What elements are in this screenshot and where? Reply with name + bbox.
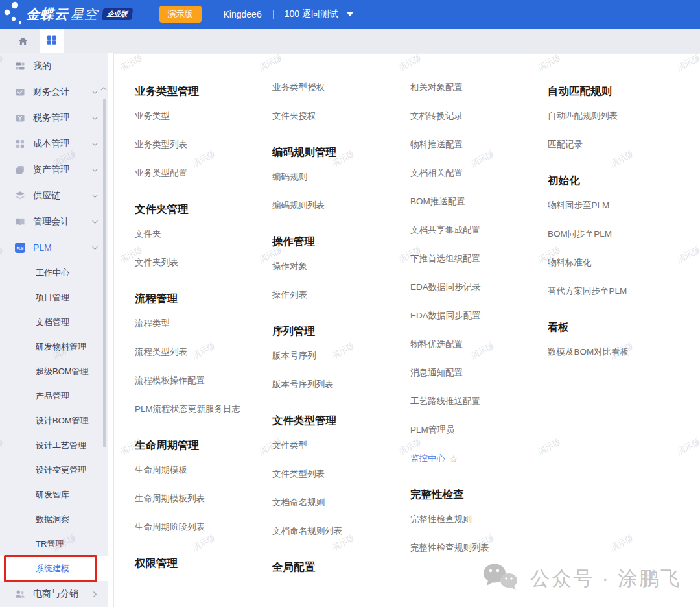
sidebar-subitem[interactable]: 研发智库	[0, 482, 108, 507]
sidebar-item[interactable]: 管理会计	[0, 209, 108, 235]
sidebar-item-label: 管理会计	[33, 216, 91, 228]
section-header: 编码规则管理	[272, 134, 393, 163]
chevron-right-icon	[91, 591, 99, 598]
org-selector[interactable]: 100 逐同测试	[285, 8, 338, 20]
menu-item[interactable]: 流程类型	[135, 309, 257, 338]
menu-item[interactable]: 文件类型	[272, 431, 393, 460]
menu-item-monitor-center[interactable]: 监控中心☆	[410, 444, 530, 473]
menu-item[interactable]: 文件夹列表	[135, 248, 257, 277]
menu-item[interactable]: 流程类型列表	[135, 338, 257, 366]
kingdee-dots-icon	[3, 0, 25, 29]
sidebar-item[interactable]: 成本管理	[0, 131, 108, 157]
sidebar-subitem[interactable]: 项目管理	[0, 285, 108, 310]
sidebar-subitem[interactable]: 产品管理	[0, 384, 108, 409]
scroll-up-icon[interactable]	[100, 82, 107, 93]
brand-text: 金蝶云 星空	[26, 5, 98, 23]
sidebar-subitem[interactable]: 设计BOM管理	[0, 409, 108, 433]
menu-item[interactable]: 业务类型列表	[135, 130, 257, 159]
sidebar-subitem-label: 项目管理	[36, 292, 69, 304]
menu-item[interactable]: 物料推送配置	[410, 130, 530, 159]
menu-item[interactable]: 生命周期模板列表	[135, 484, 257, 513]
menu-item[interactable]: BOM同步至PLM	[548, 220, 700, 248]
sidebar-subitem[interactable]: 设计变更管理	[0, 458, 108, 482]
menu-item[interactable]: 消息通知配置	[410, 359, 530, 387]
sidebar-subitem-system-modeling[interactable]: 系统建模	[0, 556, 108, 581]
sidebar-item[interactable]: 我的	[0, 53, 108, 79]
sidebar-item[interactable]: 供应链	[0, 183, 108, 209]
sidebar-subitem[interactable]: 文档管理	[0, 310, 108, 335]
menu-item[interactable]: 完整性检查规则列表	[410, 534, 530, 562]
sidebar-item[interactable]: 税务管理	[0, 105, 108, 131]
menu-item[interactable]: 文件类型列表	[272, 460, 393, 488]
menu-item-label: 消息通知配置	[410, 367, 463, 379]
menu-item[interactable]: 生命周期阶段列表	[135, 513, 257, 542]
menu-item[interactable]: 业务类型配置	[135, 159, 257, 187]
sidebar-menu: 我的财务会计税务管理成本管理资产管理供应链管理会计PLMPLM工作中心项目管理文…	[0, 53, 108, 607]
sidebar-item-ecommerce[interactable]: 电商与分销	[0, 581, 108, 607]
tab-app-menu[interactable]	[40, 29, 64, 53]
sidebar-subitem[interactable]: 工作中心	[0, 261, 108, 285]
menu-item[interactable]: 文档命名规则列表	[272, 517, 393, 545]
menu-item[interactable]: 匹配记录	[548, 130, 700, 159]
menu-item-label: 物料标准化	[548, 257, 592, 268]
sidebar-subitem-label: TR管理	[36, 538, 64, 550]
menu-item[interactable]: 文件夹	[135, 220, 257, 248]
menu-item-label: EDA数据同步记录	[410, 281, 481, 293]
menu-item[interactable]: 数模及BOM对比看板	[548, 338, 700, 366]
menu-item[interactable]: PLM管理员	[410, 416, 530, 444]
menu-item[interactable]: 编码规则	[272, 163, 393, 191]
menu-item[interactable]: EDA数据同步记录	[410, 273, 530, 302]
menu-item[interactable]: 版本号序列	[272, 342, 393, 370]
menu-item[interactable]: 操作列表	[272, 281, 393, 309]
sidebar-subitem[interactable]: 数据洞察	[0, 507, 108, 532]
menu-item[interactable]: 文档相关配置	[410, 159, 530, 187]
menu-item-label: 编码规则	[272, 171, 307, 183]
demo-version-badge[interactable]: 演示版	[159, 6, 202, 23]
menu-item[interactable]: 物料标准化	[548, 248, 700, 277]
menu-item[interactable]: 流程模板操作配置	[135, 366, 257, 395]
sidebar-subitem[interactable]: 研发物料管理	[0, 335, 108, 359]
sidebar-subitem[interactable]: TR管理	[0, 532, 108, 556]
menu-item[interactable]: 文档转换记录	[410, 102, 530, 130]
menu-item[interactable]: 物料优选配置	[410, 330, 530, 359]
sidebar-item[interactable]: 资产管理	[0, 157, 108, 183]
menu-item[interactable]: 文件夹授权	[272, 102, 393, 130]
sidebar-item[interactable]: 财务会计	[0, 79, 108, 105]
home-icon[interactable]	[18, 36, 29, 47]
menu-item-label: 文件类型列表	[272, 468, 325, 480]
menu-item-label: 自动匹配规则列表	[548, 110, 618, 122]
sidebar-scrollbar[interactable]	[103, 99, 106, 447]
menu-item[interactable]: 文档命名规则	[272, 488, 393, 517]
menu-item[interactable]: 下推首选组织配置	[410, 244, 530, 273]
menu-item[interactable]: 操作对象	[272, 252, 393, 281]
sidebar-subitem[interactable]: 超级BOM管理	[0, 359, 108, 384]
menu-item[interactable]: 完整性检查规则	[410, 505, 530, 534]
menu-item-label: BOM同步至PLM	[548, 228, 612, 240]
caret-down-icon[interactable]	[347, 12, 353, 16]
chevron-down-icon	[91, 193, 99, 200]
finance-icon	[14, 87, 26, 97]
menu-item[interactable]: 业务类型	[135, 102, 257, 130]
menu-item[interactable]: 生命周期模板	[135, 456, 257, 484]
menu-item[interactable]: 文档共享集成配置	[410, 216, 530, 244]
menu-item-label: 文件夹列表	[135, 257, 179, 268]
menu-item[interactable]: 编码规则列表	[272, 191, 393, 220]
menu-item[interactable]: PLM流程状态更新服务日志	[135, 395, 257, 423]
star-icon[interactable]: ☆	[449, 453, 458, 465]
menu-item[interactable]: 工艺路线推送配置	[410, 387, 530, 416]
menu-item[interactable]: 相关对象配置	[410, 73, 530, 102]
menu-item[interactable]: BOM推送配置	[410, 187, 530, 216]
menu-item[interactable]: 物料同步至PLM	[548, 191, 700, 220]
sidebar-subitem[interactable]: 设计工艺管理	[0, 433, 108, 458]
menu-item[interactable]: 版本号序列列表	[272, 370, 393, 399]
menu-item[interactable]: 自动匹配规则列表	[548, 102, 700, 130]
menu-item[interactable]: EDA数据同步配置	[410, 302, 530, 330]
menu-item-label: 完整性检查规则	[410, 514, 472, 525]
menu-column-4: 自动匹配规则自动匹配规则列表匹配记录初始化物料同步至PLMBOM同步至PLM物料…	[530, 54, 700, 607]
sidebar-item-plm[interactable]: PLMPLM	[0, 235, 108, 261]
menu-item[interactable]: 业务类型授权	[272, 73, 393, 102]
section-header: 全局配置	[272, 549, 393, 578]
menu-item[interactable]: 替代方案同步至PLM	[548, 277, 700, 305]
menu-item-label: 文件类型	[272, 440, 307, 451]
chevron-down-icon	[91, 219, 99, 226]
